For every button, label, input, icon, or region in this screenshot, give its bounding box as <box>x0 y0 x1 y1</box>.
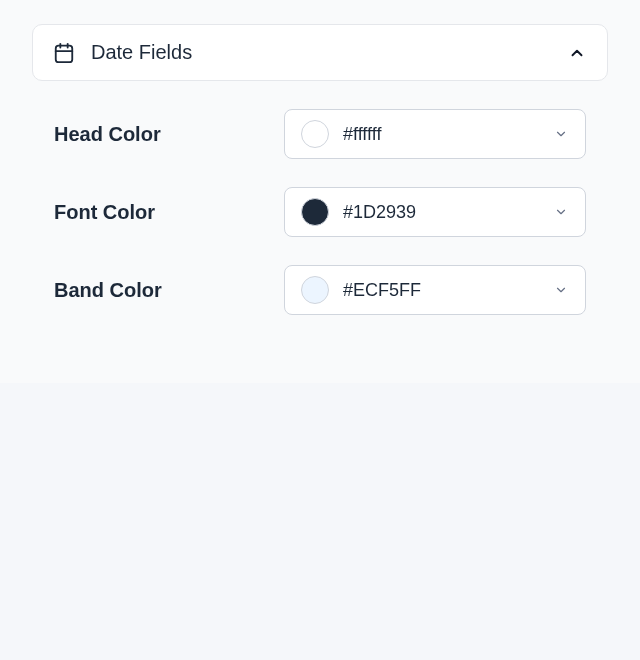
color-swatch <box>301 198 329 226</box>
fields-container: Head Color #ffffff Font Color #1D2939 <box>32 81 608 351</box>
color-value: #1D2939 <box>343 202 416 223</box>
calendar-icon <box>53 42 75 64</box>
field-row-band-color: Band Color #ECF5FF <box>54 265 586 315</box>
section-header-date-fields[interactable]: Date Fields <box>32 24 608 81</box>
color-picker-band-color[interactable]: #ECF5FF <box>284 265 586 315</box>
date-fields-panel: Date Fields Head Color #ffffff Font Colo… <box>0 0 640 383</box>
section-title: Date Fields <box>91 41 192 64</box>
field-label: Head Color <box>54 123 284 146</box>
color-picker-head-color[interactable]: #ffffff <box>284 109 586 159</box>
color-picker-font-color[interactable]: #1D2939 <box>284 187 586 237</box>
field-label: Band Color <box>54 279 284 302</box>
field-row-font-color: Font Color #1D2939 <box>54 187 586 237</box>
chevron-down-icon <box>553 204 569 220</box>
color-value: #ECF5FF <box>343 280 421 301</box>
color-value: #ffffff <box>343 124 381 145</box>
svg-rect-0 <box>56 45 73 61</box>
section-header-left: Date Fields <box>53 41 192 64</box>
color-swatch <box>301 120 329 148</box>
chevron-down-icon <box>553 126 569 142</box>
field-label: Font Color <box>54 201 284 224</box>
field-row-head-color: Head Color #ffffff <box>54 109 586 159</box>
chevron-up-icon <box>567 43 587 63</box>
color-swatch <box>301 276 329 304</box>
chevron-down-icon <box>553 282 569 298</box>
